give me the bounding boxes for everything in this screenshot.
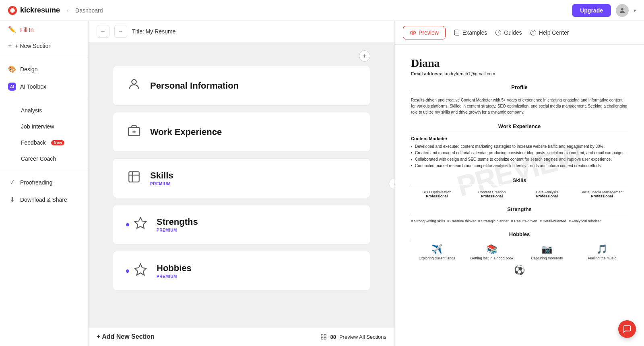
strength-1: # Creative thinker [448,219,476,223]
add-new-section-button[interactable]: + Add New Section [97,333,155,340]
logo-text: kickresume [20,6,60,15]
section-work-experience[interactable]: Work Experience [113,112,370,152]
upgrade-button[interactable]: Upgrade [572,4,611,17]
download-share-label: Download & Share [20,197,67,203]
skill-3-level: Professional [576,194,628,198]
extra-hobby-icon: ⚽ [411,265,628,276]
resume-name: Diana [411,57,628,70]
redo-button[interactable]: → [114,25,127,38]
job-title: Content Marketer [411,136,628,141]
add-top-button[interactable]: + [359,50,370,62]
examples-label: Examples [462,29,487,36]
section-personal-info[interactable]: Personal Information [113,66,370,106]
help-center-link[interactable]: Help Center [530,29,569,36]
feedback-label: Feedback [21,139,45,146]
email-label: Email address: [411,71,442,76]
section-strengths[interactable]: Strengths PREMIUM [113,205,370,244]
strengths-title: Strengths [157,217,198,227]
sidebar-item-ai-toolbox[interactable]: AI AI Toolbox [0,78,88,95]
strengths-content: Strengths PREMIUM [157,217,198,232]
svg-rect-9 [321,337,323,339]
resume-strengths-section: Strengths # Strong writing skills # Crea… [411,206,628,223]
skill-0: SEO Optimization Professional [411,190,463,198]
guides-label: Guides [504,29,522,36]
skill-3-name: Social Media Management [576,190,628,194]
hobbies-icon [132,263,149,279]
edit-icon: ✏️ [8,26,16,33]
skills-content: Skills PREMIUM [150,170,173,186]
grid-icon [320,334,327,340]
hobby-0-icon: ✈️ [411,244,463,255]
chat-bubble-button[interactable] [618,320,636,338]
sidebar-divider-1 [0,57,88,57]
plus-icon: + [8,42,12,50]
dashboard-link[interactable]: Dashboard [75,7,103,14]
profile-text: Results-driven and creative Content Mark… [411,97,628,115]
examples-link[interactable]: Examples [454,29,487,36]
email-value: landryfrench1@gmail.com [444,71,495,76]
svg-rect-10 [324,337,326,339]
hobbies-premium-badge: PREMIUM [157,274,192,279]
profile-section-title: Profile [411,84,628,92]
preview-all-sections-button[interactable]: 88 Preview All Sections [320,334,386,340]
svg-point-2 [132,80,136,84]
main-layout: ✏️ Fill In + + New Section 🎨 Design AI A… [0,21,644,346]
chevron-down-icon[interactable]: ▾ [634,8,636,13]
hobby-2-label: Capturing moments [521,256,573,260]
bullet-4: Conducted market research and competitor… [411,163,628,169]
resume-work-section: Work Experience Content Marketer Develop… [411,123,628,169]
resume-preview-wrapper: Diana Email address: landryfrench1@gmail… [395,45,644,296]
sidebar-divider-2 [0,99,88,99]
strength-3: # Results-driven [511,219,537,223]
sidebar-item-download-share[interactable]: ⬇ Download & Share [0,191,88,208]
section-hobbies[interactable]: Hobbies PREMIUM [113,251,370,291]
strengths-icon [132,216,149,233]
guides-link[interactable]: Guides [495,29,522,36]
work-experience-icon [126,124,142,140]
skills-grid: SEO Optimization Professional Content Cr… [411,190,628,198]
resume-email: Email address: landryfrench1@gmail.com [411,71,628,76]
proofreading-label: Proofreading [20,179,52,186]
resume-skills-section: Skills SEO Optimization Professional Con… [411,177,628,198]
resume-hobbies-section: Hobbies ✈️ Exploring distant lands 📚 Get… [411,231,628,276]
hobby-3: 🎵 Feeling the music [576,244,628,260]
sidebar-item-analysis[interactable]: Analysis [0,102,88,118]
skill-3: Social Media Management Professional [576,190,628,198]
strength-0: # Strong writing skills [411,219,445,223]
sidebar-item-job-interview[interactable]: Job Interview [0,118,88,135]
proofreading-icon: ✓ [8,178,16,186]
sidebar-item-fill-in[interactable]: ✏️ Fill In [0,21,88,38]
sidebar-item-proofreading[interactable]: ✓ Proofreading [0,174,88,191]
book-icon [454,29,460,36]
resume-preview: Diana Email address: landryfrench1@gmail… [395,45,644,296]
resume-profile-section: Profile Results-driven and creative Cont… [411,84,628,115]
premium-dot-strengths [126,223,129,226]
hobby-1: 📚 Getting lost in a good book [466,244,518,260]
new-badge: New [51,140,64,145]
preview-all-label: Preview All Sections [339,334,386,340]
svg-point-0 [10,8,15,13]
career-coach-label: Career Coach [21,155,56,162]
sidebar-item-feedback[interactable]: Feedback New [0,135,88,151]
new-section-label: + New Section [15,43,52,49]
preview-panel: Preview Examples Guides Help Center [394,21,644,346]
logo[interactable]: kickresume [8,6,60,15]
nav-separator: ‹ [66,6,69,15]
preview-count: 88 [330,334,336,340]
preview-btn-label: Preview [419,29,439,36]
add-top-area: + [113,50,370,62]
preview-button[interactable]: Preview [403,26,446,39]
sidebar-item-career-coach[interactable]: Career Coach [0,151,88,167]
svg-point-1 [621,8,623,10]
section-skills[interactable]: Skills PREMIUM [113,158,370,198]
personal-info-icon [126,77,142,94]
hobby-1-icon: 📚 [466,244,518,255]
avatar[interactable] [616,4,629,17]
skill-1-name: Content Creation [466,190,518,194]
personal-info-title: Personal Information [150,81,239,91]
new-section-button[interactable]: + + New Section [0,38,88,54]
sidebar-item-design[interactable]: 🎨 Design [0,60,88,78]
hobby-0-label: Exploring distant lands [411,256,463,260]
work-section-title: Work Experience [411,123,628,131]
undo-button[interactable]: ← [97,25,109,38]
